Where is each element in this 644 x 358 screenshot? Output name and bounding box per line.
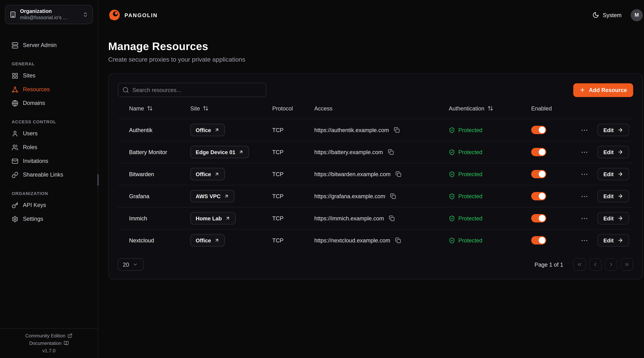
sidebar-item-server-admin[interactable]: Server Admin — [5, 38, 93, 52]
column-header-protocol: Protocol — [272, 105, 314, 111]
shield-check-icon — [449, 171, 455, 177]
column-header-name[interactable]: Name — [129, 105, 190, 111]
last-page-button[interactable] — [621, 258, 633, 271]
resource-url: https://bitwarden.example.com — [314, 171, 390, 177]
resource-url: https://grafana.example.com — [314, 193, 385, 199]
sidebar-item-label: Users — [23, 130, 38, 137]
resource-url: https://battery.example.com — [314, 149, 383, 155]
enabled-toggle[interactable] — [531, 170, 546, 178]
site-link-button[interactable]: Edge Device 01 — [190, 146, 249, 158]
nav-section-organization: ORGANIZATION — [5, 191, 93, 196]
shield-check-icon — [449, 127, 455, 133]
theme-label: System — [603, 12, 622, 18]
edit-button[interactable]: Edit — [598, 234, 629, 246]
edit-button[interactable]: Edit — [598, 190, 629, 202]
sidebar-item-label: Domains — [23, 100, 45, 106]
site-link-button[interactable]: AWS VPC — [190, 190, 234, 202]
app-root: Organization milo@fossorial.io's ... Ser… — [0, 0, 644, 358]
sidebar-item-invitations[interactable]: Invitations — [5, 154, 93, 168]
row-actions-menu-button[interactable]: ⋯ — [578, 235, 591, 246]
add-resource-button[interactable]: Add Resource — [574, 83, 633, 97]
first-page-button[interactable] — [573, 258, 586, 271]
auth-status-badge: Protected — [449, 215, 531, 221]
row-actions-menu-button[interactable]: ⋯ — [578, 147, 591, 157]
table-row: Battery Monitor Edge Device 01 TCP https… — [118, 141, 633, 163]
resource-name: Immich — [129, 215, 190, 221]
shield-check-icon — [449, 215, 455, 221]
edit-button[interactable]: Edit — [598, 124, 629, 136]
copy-icon — [394, 127, 400, 133]
sidebar-item-shareable-links[interactable]: Shareable Links — [5, 168, 93, 182]
copy-url-button[interactable] — [389, 192, 397, 200]
sidebar-item-settings[interactable]: Settings — [5, 212, 93, 226]
enabled-toggle[interactable] — [531, 236, 546, 245]
row-actions-menu-button[interactable]: ⋯ — [578, 191, 591, 201]
column-header-site[interactable]: Site — [190, 105, 272, 111]
row-actions-menu-button[interactable]: ⋯ — [578, 169, 591, 179]
column-header-authentication[interactable]: Authentication — [449, 105, 531, 111]
sidebar-item-users[interactable]: Users — [5, 127, 93, 140]
copy-url-button[interactable] — [387, 148, 394, 156]
theme-selector[interactable]: System — [592, 12, 622, 18]
sort-icon — [147, 105, 153, 111]
enabled-toggle[interactable] — [531, 192, 546, 200]
shield-check-icon — [449, 193, 455, 199]
resource-protocol: TCP — [272, 127, 314, 133]
copy-url-button[interactable] — [394, 237, 402, 244]
sidebar-item-sites[interactable]: Sites — [5, 69, 93, 83]
sidebar-item-resources[interactable]: Resources — [5, 83, 93, 96]
plus-icon — [580, 87, 586, 93]
site-link-button[interactable]: Home Lab — [190, 212, 236, 224]
sidebar-item-api-keys[interactable]: API Keys — [5, 198, 93, 212]
row-actions-menu-button[interactable]: ⋯ — [578, 213, 591, 223]
arrow-up-right-icon — [239, 150, 244, 155]
previous-page-button[interactable] — [589, 258, 602, 271]
resource-protocol: TCP — [272, 237, 314, 243]
next-page-button[interactable] — [605, 258, 617, 271]
nav-section-access-control: ACCESS CONTROL — [5, 119, 93, 124]
copy-url-button[interactable] — [388, 215, 396, 222]
topbar: PANGOLIN System M — [108, 0, 643, 30]
mail-icon — [12, 158, 18, 164]
sidebar-item-roles[interactable]: Roles — [5, 140, 93, 154]
arrow-up-right-icon — [214, 238, 219, 243]
table-row: Authentik Office TCP https://authentik.e… — [118, 119, 633, 141]
nav-section-general: GENERAL — [5, 61, 93, 66]
enabled-toggle[interactable] — [531, 214, 546, 222]
copy-url-button[interactable] — [395, 170, 402, 178]
table-toolbar: Add Resource — [118, 83, 633, 97]
version-label: v1.7.0 — [42, 348, 56, 353]
edit-button[interactable]: Edit — [598, 168, 629, 180]
sidebar-item-domains[interactable]: Domains — [5, 96, 93, 110]
column-header-enabled: Enabled — [531, 105, 629, 111]
copy-icon — [395, 237, 401, 243]
sort-icon — [203, 105, 209, 111]
site-link-button[interactable]: Office — [190, 124, 225, 136]
arrow-up-right-icon — [214, 172, 219, 177]
table-row: Bitwarden Office TCP https://bitwarden.e… — [118, 163, 633, 185]
sidebar-resize-handle[interactable] — [97, 174, 99, 186]
auth-status-badge: Protected — [449, 193, 531, 199]
arrow-right-icon — [617, 127, 623, 133]
org-selector[interactable]: Organization milo@fossorial.io's ... — [5, 5, 93, 24]
copy-url-button[interactable] — [393, 126, 400, 134]
row-actions-menu-button[interactable]: ⋯ — [578, 125, 591, 135]
enabled-toggle[interactable] — [531, 126, 546, 134]
enabled-toggle[interactable] — [531, 148, 546, 156]
site-link-button[interactable]: Office — [190, 168, 225, 180]
edit-button[interactable]: Edit — [598, 212, 629, 224]
documentation-link[interactable]: Documentation — [29, 340, 68, 345]
community-edition-link[interactable]: Community Edition — [25, 333, 72, 338]
avatar[interactable]: M — [631, 9, 643, 21]
site-link-button[interactable]: Office — [190, 234, 225, 246]
copy-icon — [389, 215, 395, 221]
link-icon — [12, 171, 18, 178]
pagination: Page 1 of 1 — [534, 258, 633, 271]
edit-button[interactable]: Edit — [598, 146, 629, 158]
table-footer: 20 Page 1 of 1 — [118, 258, 633, 271]
search-input[interactable] — [118, 83, 266, 97]
pangolin-logo-icon — [108, 9, 121, 21]
page-size-select[interactable]: 20 — [118, 258, 144, 271]
auth-status-badge: Protected — [449, 171, 531, 177]
auth-status-badge: Protected — [449, 127, 531, 133]
